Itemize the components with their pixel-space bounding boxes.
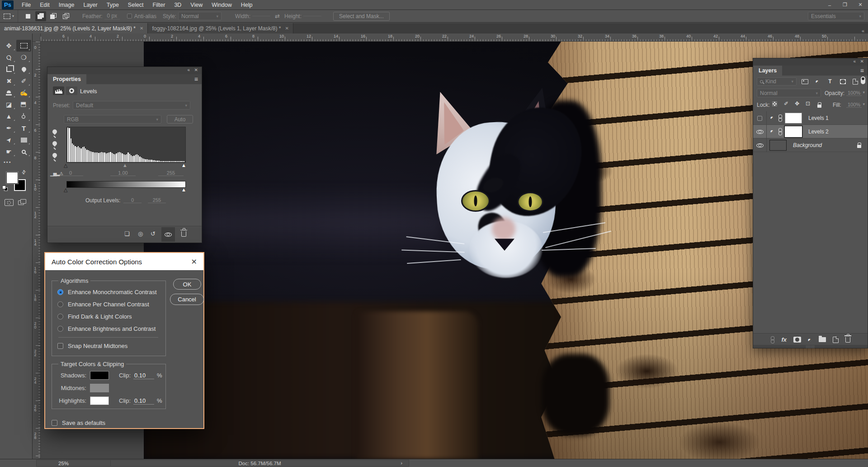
layer-mask-icon[interactable] — [66, 86, 77, 95]
menu-type[interactable]: Type — [102, 0, 123, 10]
type-tool[interactable]: T — [16, 122, 31, 134]
tab-layers[interactable]: Layers — [753, 66, 782, 76]
layer-row-background[interactable]: Background — [753, 138, 868, 152]
zoom-level-field[interactable]: 25% — [36, 460, 111, 467]
restore-button[interactable]: ❐ — [837, 0, 853, 10]
algorithm-option-1[interactable]: Enhance Monochromatic Contrast — [57, 286, 165, 298]
delete-layer-icon[interactable] — [845, 337, 850, 343]
chevron-down-icon[interactable]: ▾ — [863, 90, 865, 95]
gradient-tool[interactable]: ◧ — [16, 99, 31, 110]
status-expand-icon[interactable]: › — [401, 460, 402, 466]
view-previous-state-icon[interactable]: ◎ — [138, 230, 143, 237]
lock-pixels-icon[interactable]: ✐ — [784, 100, 788, 107]
save-as-defaults-checkbox[interactable] — [52, 420, 57, 426]
link-layers-icon[interactable] — [770, 336, 774, 343]
dialog-title-bar[interactable]: Auto Color Correction Options ✕ — [45, 253, 203, 270]
new-group-icon[interactable] — [819, 337, 826, 342]
filter-toggle[interactable] — [861, 76, 865, 84]
radio-button-selected[interactable] — [57, 289, 63, 295]
auto-button[interactable]: Auto — [167, 115, 193, 124]
collapse-tabs-icon[interactable]: « — [858, 28, 868, 33]
history-brush-tool[interactable]: ✍ — [16, 87, 31, 99]
filter-type-icon[interactable]: T — [825, 77, 835, 86]
panel-menu-icon[interactable]: ≡ — [194, 76, 198, 83]
shadows-color-swatch[interactable] — [90, 371, 109, 380]
filter-image-icon[interactable] — [799, 77, 810, 86]
default-colors-icon[interactable] — [2, 186, 9, 192]
eraser-tool[interactable]: ◪ — [1, 99, 16, 110]
menu-layer[interactable]: Layer — [79, 0, 102, 10]
algorithm-option-3[interactable]: Find Dark & Light Colors — [57, 310, 165, 323]
filter-kind-dropdown[interactable]: Kind▾ — [757, 77, 797, 86]
tab-close-icon[interactable]: ✕ — [140, 26, 143, 31]
algorithm-option-2[interactable]: Enhance Per Channel Contrast — [57, 298, 165, 310]
radio-button[interactable] — [57, 326, 63, 332]
menu-select[interactable]: Select — [123, 0, 148, 10]
hand-tool[interactable]: ☛ — [1, 146, 16, 157]
close-button[interactable]: ✕ — [853, 0, 868, 10]
black-point-eyedropper-icon[interactable] — [52, 129, 58, 135]
menu-filter[interactable]: Filter — [148, 0, 170, 10]
document-tab-2[interactable]: foggy-1082164.jpg @ 25% (Levels 1, Layer… — [148, 23, 293, 33]
layer-thumbnail[interactable] — [769, 140, 787, 151]
algorithm-option-4[interactable]: Enhance Brightness and Contrast — [57, 323, 165, 335]
anti-alias-checkbox[interactable] — [127, 14, 132, 19]
add-to-selection-button[interactable] — [35, 11, 46, 21]
radio-button[interactable] — [57, 301, 63, 307]
spot-healing-brush-tool[interactable]: ✚ — [1, 75, 16, 87]
reset-adjustment-icon[interactable]: ↺ — [151, 230, 156, 237]
ok-button[interactable]: OK — [173, 279, 201, 290]
add-mask-icon[interactable] — [793, 337, 801, 343]
midtones-color-swatch[interactable] — [90, 384, 109, 392]
layer-mask-thumbnail[interactable] — [785, 113, 802, 124]
input-highlight-field[interactable]: 255 — [158, 170, 184, 176]
pen-tool[interactable]: ✒ — [1, 122, 16, 134]
menu-window[interactable]: Window — [207, 0, 236, 10]
tool-preset-picker[interactable]: ▾ — [0, 10, 18, 22]
gray-point-eyedropper-icon[interactable] — [52, 140, 58, 147]
filter-shape-icon[interactable] — [837, 77, 848, 86]
rectangle-tool[interactable] — [16, 134, 31, 146]
width-input[interactable] — [252, 16, 270, 16]
clip-to-layer-icon[interactable]: ❏ — [124, 230, 130, 237]
lock-artboard-icon[interactable]: ⊡ — [806, 100, 810, 107]
chevron-down-icon[interactable]: ▾ — [863, 102, 865, 106]
visibility-toggle[interactable] — [753, 138, 767, 152]
new-selection-button[interactable] — [23, 11, 33, 21]
lock-all-icon[interactable] — [817, 103, 821, 109]
workspace-dropdown[interactable]: Essentials▾ — [808, 12, 864, 20]
brush-tool[interactable]: ✐ — [16, 75, 31, 87]
menu-view[interactable]: View — [186, 0, 207, 10]
layer-row-levels-2[interactable]: ◐Levels 2 — [753, 125, 868, 138]
snap-neutral-midtones-checkbox[interactable] — [57, 343, 63, 349]
highlights-color-swatch[interactable] — [90, 396, 109, 405]
new-adjustment-layer-icon[interactable]: ◐ — [806, 336, 813, 343]
document-tab-1[interactable]: animal-1836631.jpg @ 25% (Levels 2, Laye… — [0, 23, 148, 33]
radio-button[interactable] — [57, 314, 63, 319]
visibility-toggle[interactable] — [753, 125, 767, 138]
feather-input[interactable]: 0 px — [104, 13, 120, 19]
preset-dropdown[interactable]: Default▾ — [73, 101, 190, 110]
select-and-mask-button[interactable]: Select and Mask... — [333, 12, 390, 21]
output-shadow-slider[interactable]: △ — [64, 187, 67, 192]
filter-adjustment-icon[interactable]: ◐ — [812, 77, 823, 86]
filter-smart-object-icon[interactable] — [850, 77, 861, 86]
layer-style-fx-icon[interactable]: fx — [781, 336, 787, 343]
visibility-toggle[interactable] — [753, 111, 767, 125]
quick-mask-button[interactable] — [5, 199, 14, 206]
intersect-selection-button[interactable] — [61, 11, 71, 21]
height-input[interactable] — [303, 16, 321, 16]
lasso-tool[interactable]: Ϙ — [1, 52, 16, 63]
layer-row-levels-1[interactable]: ◐Levels 1 — [753, 111, 868, 125]
clip-value-field[interactable]: 0.10 — [133, 372, 154, 379]
close-panel-icon[interactable]: ✕ — [860, 59, 864, 64]
histogram-warning-icon[interactable]: ▁▅▂⚠ — [50, 171, 63, 176]
blend-mode-dropdown[interactable]: Normal▾ — [757, 89, 821, 97]
lock-transparency-icon[interactable] — [772, 101, 777, 108]
collapse-panel-icon[interactable]: « — [187, 67, 190, 72]
output-shadow-field[interactable]: 0 — [123, 197, 142, 203]
panel-resize-grip[interactable]: ||||||| — [753, 345, 868, 348]
lock-position-icon[interactable]: ✥ — [795, 100, 799, 107]
tab-properties[interactable]: Properties — [47, 74, 86, 84]
layer-mask-thumbnail[interactable] — [785, 126, 802, 137]
